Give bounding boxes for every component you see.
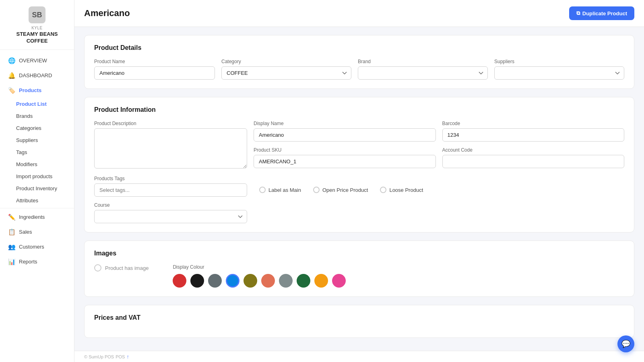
category-label: Category — [221, 59, 351, 64]
category-select[interactable]: COFFEE — [221, 66, 351, 80]
open-price-text: Open Price Product — [322, 187, 368, 193]
loose-product-radio[interactable] — [380, 187, 386, 193]
sidebar-item-sales-label: Sales — [19, 229, 32, 235]
label-as-main-text: Label as Main — [268, 187, 301, 193]
sidebar-item-sales[interactable]: 📋 Sales — [2, 225, 72, 239]
barcode-group: Barcode — [442, 121, 625, 142]
sidebar-header: SB KYLE STEAMY BEANSCOFFEE — [0, 0, 74, 50]
tags-label: Products Tags — [94, 176, 247, 181]
display-name-label: Display Name — [254, 121, 436, 126]
product-name-input[interactable] — [94, 66, 215, 80]
suppliers-select[interactable] — [494, 66, 624, 80]
sidebar: SB KYLE STEAMY BEANSCOFFEE 🌐 OVERVIEW 🔔 … — [0, 0, 74, 362]
sidebar-item-reports[interactable]: 📊 Reports — [2, 255, 72, 269]
sidebar-item-customers[interactable]: 👥 Customers — [2, 240, 72, 254]
color-swatch-red[interactable] — [173, 274, 186, 288]
sidebar-subitem-import-products[interactable]: Import products — [2, 171, 72, 182]
description-textarea[interactable] — [94, 128, 247, 169]
description-label: Product Description — [94, 121, 247, 126]
sidebar-subitem-product-inventory[interactable]: Product Inventory — [2, 183, 72, 194]
color-swatch-orange[interactable] — [314, 274, 328, 288]
sidebar-subitem-tags[interactable]: Tags — [2, 146, 72, 158]
product-info-right: Display Name Barcode Product SKU — [254, 121, 624, 168]
color-swatch-olive[interactable] — [244, 274, 257, 288]
image-checkbox[interactable] — [94, 264, 101, 272]
product-sku-group: Product SKU — [254, 147, 436, 168]
sidebar-subitem-categories[interactable]: Categories — [2, 122, 72, 134]
loose-product-option[interactable]: Loose Product — [380, 187, 423, 193]
course-section: Course — [94, 202, 624, 223]
product-sku-input[interactable] — [254, 155, 436, 168]
display-name-group: Display Name — [254, 121, 436, 142]
label-as-main-option[interactable]: Label as Main — [259, 187, 301, 193]
bell-icon: 🔔 — [8, 72, 16, 79]
sidebar-item-products-label: Products — [19, 87, 41, 93]
chat-button[interactable]: 💬 — [617, 335, 634, 352]
barcode-input[interactable] — [442, 128, 625, 142]
nav-divider — [0, 208, 74, 208]
course-group: Course — [94, 202, 247, 223]
color-section: Display Colour — [173, 264, 624, 288]
color-swatch-dark-gray[interactable] — [279, 274, 293, 288]
sidebar-username: KYLE — [31, 26, 43, 30]
product-has-image-label: Product has image — [105, 265, 149, 271]
people-icon: 👥 — [8, 243, 16, 251]
sidebar-item-overview[interactable]: 🌐 OVERVIEW — [2, 53, 72, 68]
sidebar-item-dashboard-label: DASHBOARD — [19, 72, 52, 78]
brand-select[interactable] — [358, 66, 488, 80]
tags-group: Products Tags — [94, 176, 247, 197]
color-swatch-blue[interactable] — [226, 274, 239, 288]
sku-account-row: Product SKU Account Code — [254, 147, 624, 168]
display-name-input[interactable] — [254, 128, 436, 142]
suppliers-label: Suppliers — [494, 59, 624, 64]
footer-arrow-icon: ↑ — [126, 354, 129, 360]
account-code-input[interactable] — [442, 155, 625, 168]
category-group: Category COFFEE — [221, 59, 351, 80]
sidebar-subitem-brands[interactable]: Brands — [2, 110, 72, 122]
radio-options: Label as Main Open Price Product Loose P… — [259, 185, 423, 195]
duplicate-button-label: Duplicate Product — [582, 10, 627, 16]
sidebar-item-products[interactable]: 🏷️ Products — [2, 83, 72, 98]
tags-input[interactable] — [94, 183, 247, 197]
product-information-card: Product Information Product Description … — [84, 97, 634, 232]
images-title: Images — [94, 250, 624, 257]
sidebar-company: STEAMY BEANSCOFFEE — [16, 31, 58, 45]
course-label: Course — [94, 202, 247, 208]
product-details-card: Product Details Product Name Category CO… — [84, 35, 634, 89]
sidebar-subitem-attributes[interactable]: Attributes — [2, 195, 72, 206]
product-name-group: Product Name — [94, 59, 215, 80]
sidebar-item-ingredients[interactable]: ✏️ Ingredients — [2, 210, 72, 224]
prices-vat-card: Prices and VAT — [84, 305, 634, 338]
product-information-title: Product Information — [94, 106, 624, 113]
sidebar-subitem-modifiers[interactable]: Modifiers — [2, 158, 72, 170]
color-swatch-gray[interactable] — [208, 274, 222, 288]
color-swatch-pink[interactable] — [332, 274, 346, 288]
tag-icon: 🏷️ — [8, 87, 16, 94]
product-details-title: Product Details — [94, 44, 624, 51]
label-as-main-radio[interactable] — [259, 187, 266, 193]
open-price-option[interactable]: Open Price Product — [313, 187, 368, 193]
list-icon: 📋 — [8, 228, 16, 236]
product-info-main-row: Product Description Display Name Barcode — [94, 121, 624, 169]
open-price-radio[interactable] — [313, 187, 320, 193]
sidebar-item-dashboard[interactable]: 🔔 DASHBOARD — [2, 68, 72, 83]
color-swatch-orange-red[interactable] — [261, 274, 275, 288]
sidebar-subitem-suppliers[interactable]: Suppliers — [2, 134, 72, 146]
course-select[interactable] — [94, 210, 247, 223]
color-swatch-black[interactable] — [190, 274, 204, 288]
sidebar-subitem-product-list[interactable]: Product List — [2, 98, 72, 110]
sidebar-item-ingredients-label: Ingredients — [19, 214, 45, 220]
suppliers-group: Suppliers — [494, 59, 624, 80]
page-title: Americano — [84, 8, 130, 19]
display-barcode-row: Display Name Barcode — [254, 121, 624, 142]
duplicate-product-button[interactable]: ⧉ Duplicate Product — [569, 6, 634, 20]
brand-label: Brand — [358, 59, 488, 64]
account-code-label: Account Code — [442, 147, 625, 153]
sidebar-item-reports-label: Reports — [19, 259, 37, 265]
sidebar-nav: 🌐 OVERVIEW 🔔 DASHBOARD 🏷️ Products Produ… — [0, 50, 74, 362]
product-has-image-toggle[interactable]: Product has image — [94, 264, 149, 272]
color-swatch-dark-green[interactable] — [297, 274, 310, 288]
main-content: Americano ⧉ Duplicate Product Product De… — [74, 0, 644, 362]
main-header: Americano ⧉ Duplicate Product — [74, 0, 644, 27]
main-body: Product Details Product Name Category CO… — [74, 27, 644, 351]
